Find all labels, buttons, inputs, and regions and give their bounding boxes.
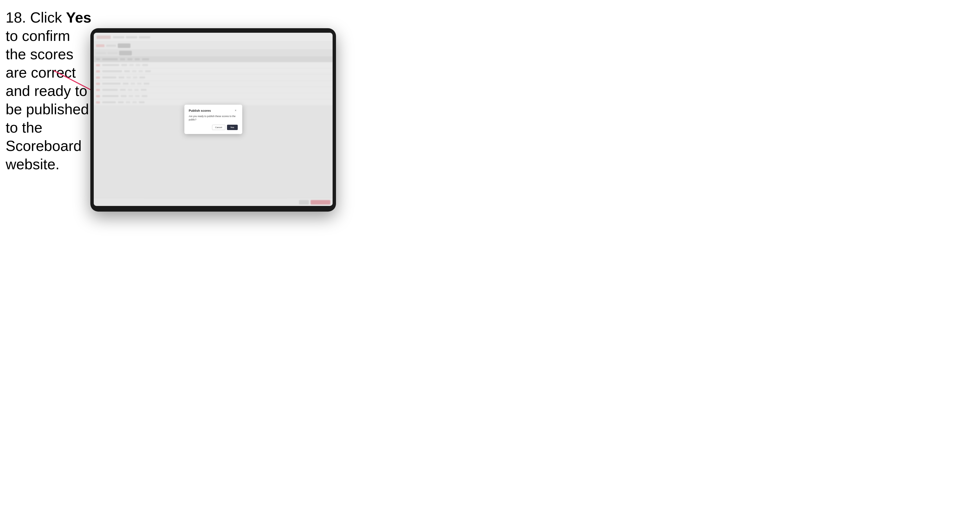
modal-body-text: Are you ready to publish these scores to… <box>189 115 238 122</box>
modal-close-button[interactable]: × <box>234 109 238 113</box>
modal-overlay: Publish scores × Are you ready to publis… <box>94 33 332 206</box>
publish-scores-modal: Publish scores × Are you ready to publis… <box>185 105 242 134</box>
modal-actions: Cancel Yes <box>189 125 238 130</box>
tablet-screen: Publish scores × Are you ready to publis… <box>94 33 332 206</box>
modal-header: Publish scores × <box>189 109 238 113</box>
instruction-content: 18. Click Yes to confirm the scores are … <box>6 9 91 172</box>
modal-title: Publish scores <box>189 109 211 112</box>
instruction-text: 18. Click Yes to confirm the scores are … <box>6 8 93 173</box>
yes-button[interactable]: Yes <box>227 125 238 130</box>
tablet-device: Publish scores × Are you ready to publis… <box>90 28 336 211</box>
cancel-button[interactable]: Cancel <box>212 125 225 130</box>
